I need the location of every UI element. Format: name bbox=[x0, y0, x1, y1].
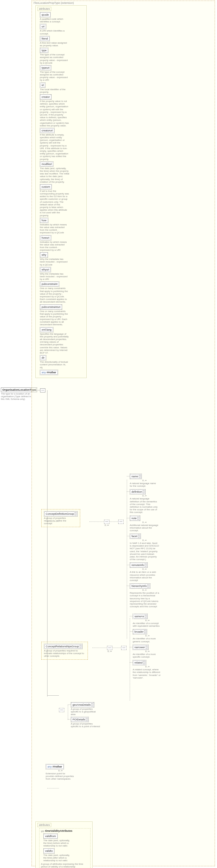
extension-label: FlexLocationPropType (extension) bbox=[34, 1, 74, 3]
extension-frame: FlexLocationPropType (extension) bbox=[32, 1, 215, 3]
